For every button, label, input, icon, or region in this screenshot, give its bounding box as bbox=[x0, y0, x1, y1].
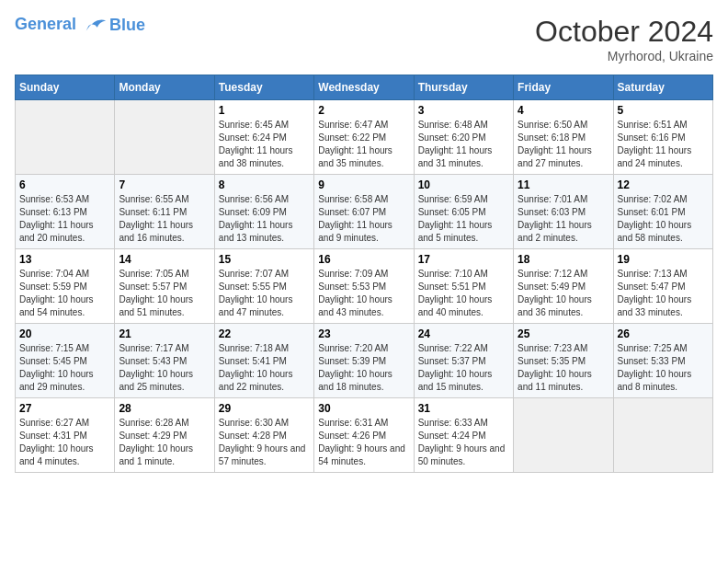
day-number: 14 bbox=[119, 253, 210, 266]
day-number: 12 bbox=[618, 178, 709, 191]
month-title: October 2024 bbox=[535, 15, 713, 49]
day-detail: Sunrise: 6:56 AMSunset: 6:09 PMDaylight:… bbox=[219, 193, 310, 245]
day-number: 8 bbox=[219, 178, 310, 191]
day-number: 29 bbox=[219, 402, 310, 415]
day-detail: Sunrise: 6:55 AMSunset: 6:11 PMDaylight:… bbox=[119, 193, 210, 245]
logo-blue: Blue bbox=[109, 16, 145, 35]
calendar-cell: 19Sunrise: 7:13 AMSunset: 5:47 PMDayligh… bbox=[613, 249, 712, 324]
weekday-header-sunday: Sunday bbox=[16, 75, 115, 100]
day-number: 3 bbox=[418, 104, 509, 117]
day-number: 17 bbox=[418, 253, 509, 266]
day-detail: Sunrise: 6:31 AMSunset: 4:26 PMDaylight:… bbox=[318, 417, 409, 468]
page-header: General Blue October 2024 Myrhorod, Ukra… bbox=[15, 15, 713, 63]
calendar-cell: 29Sunrise: 6:30 AMSunset: 4:28 PMDayligh… bbox=[214, 398, 313, 473]
day-detail: Sunrise: 7:13 AMSunset: 5:47 PMDaylight:… bbox=[618, 268, 709, 319]
logo-bird-icon bbox=[82, 15, 108, 35]
day-number: 9 bbox=[318, 178, 409, 191]
calendar-cell: 12Sunrise: 7:02 AMSunset: 6:01 PMDayligh… bbox=[613, 175, 712, 249]
day-detail: Sunrise: 7:07 AMSunset: 5:55 PMDaylight:… bbox=[219, 268, 310, 319]
day-number: 5 bbox=[618, 104, 709, 117]
calendar-cell: 25Sunrise: 7:23 AMSunset: 5:35 PMDayligh… bbox=[514, 324, 613, 398]
location: Myrhorod, Ukraine bbox=[535, 49, 713, 63]
calendar-cell bbox=[613, 398, 712, 473]
day-number: 22 bbox=[219, 327, 310, 340]
weekday-header-thursday: Thursday bbox=[414, 75, 513, 100]
day-detail: Sunrise: 6:33 AMSunset: 4:24 PMDaylight:… bbox=[418, 417, 509, 468]
calendar-table: SundayMondayTuesdayWednesdayThursdayFrid… bbox=[15, 75, 713, 473]
day-number: 21 bbox=[119, 327, 210, 340]
calendar-week-4: 20Sunrise: 7:15 AMSunset: 5:45 PMDayligh… bbox=[16, 324, 713, 398]
calendar-cell: 13Sunrise: 7:04 AMSunset: 5:59 PMDayligh… bbox=[16, 249, 115, 324]
day-detail: Sunrise: 6:50 AMSunset: 6:18 PMDaylight:… bbox=[518, 119, 609, 170]
calendar-cell: 1Sunrise: 6:45 AMSunset: 6:24 PMDaylight… bbox=[214, 100, 313, 175]
day-detail: Sunrise: 7:05 AMSunset: 5:57 PMDaylight:… bbox=[119, 268, 210, 319]
weekday-header-row: SundayMondayTuesdayWednesdayThursdayFrid… bbox=[16, 75, 713, 100]
weekday-header-friday: Friday bbox=[514, 75, 613, 100]
day-detail: Sunrise: 6:47 AMSunset: 6:22 PMDaylight:… bbox=[318, 119, 409, 170]
calendar-cell: 27Sunrise: 6:27 AMSunset: 4:31 PMDayligh… bbox=[16, 398, 115, 473]
day-detail: Sunrise: 7:25 AMSunset: 5:33 PMDaylight:… bbox=[618, 342, 709, 394]
day-number: 1 bbox=[219, 104, 310, 117]
calendar-cell: 6Sunrise: 6:53 AMSunset: 6:13 PMDaylight… bbox=[16, 175, 115, 249]
day-detail: Sunrise: 7:01 AMSunset: 6:03 PMDaylight:… bbox=[518, 193, 609, 245]
day-detail: Sunrise: 6:59 AMSunset: 6:05 PMDaylight:… bbox=[418, 193, 509, 245]
day-number: 30 bbox=[318, 402, 409, 415]
calendar-cell: 20Sunrise: 7:15 AMSunset: 5:45 PMDayligh… bbox=[16, 324, 115, 398]
calendar-cell: 9Sunrise: 6:58 AMSunset: 6:07 PMDaylight… bbox=[314, 175, 414, 249]
calendar-week-2: 6Sunrise: 6:53 AMSunset: 6:13 PMDaylight… bbox=[16, 175, 713, 249]
weekday-header-wednesday: Wednesday bbox=[314, 75, 414, 100]
day-number: 15 bbox=[219, 253, 310, 266]
day-detail: Sunrise: 6:28 AMSunset: 4:29 PMDaylight:… bbox=[119, 417, 210, 468]
logo-general: General bbox=[15, 15, 76, 33]
day-detail: Sunrise: 7:20 AMSunset: 5:39 PMDaylight:… bbox=[318, 342, 409, 394]
calendar-week-1: 1Sunrise: 6:45 AMSunset: 6:24 PMDaylight… bbox=[16, 100, 713, 175]
calendar-cell: 8Sunrise: 6:56 AMSunset: 6:09 PMDaylight… bbox=[214, 175, 313, 249]
calendar-cell: 7Sunrise: 6:55 AMSunset: 6:11 PMDaylight… bbox=[115, 175, 214, 249]
day-number: 4 bbox=[518, 104, 609, 117]
day-detail: Sunrise: 6:51 AMSunset: 6:16 PMDaylight:… bbox=[618, 119, 709, 170]
day-number: 20 bbox=[19, 327, 110, 340]
calendar-week-5: 27Sunrise: 6:27 AMSunset: 4:31 PMDayligh… bbox=[16, 398, 713, 473]
calendar-week-3: 13Sunrise: 7:04 AMSunset: 5:59 PMDayligh… bbox=[16, 249, 713, 324]
calendar-cell: 21Sunrise: 7:17 AMSunset: 5:43 PMDayligh… bbox=[115, 324, 214, 398]
day-detail: Sunrise: 7:18 AMSunset: 5:41 PMDaylight:… bbox=[219, 342, 310, 394]
weekday-header-saturday: Saturday bbox=[613, 75, 712, 100]
calendar-cell: 4Sunrise: 6:50 AMSunset: 6:18 PMDaylight… bbox=[514, 100, 613, 175]
day-number: 24 bbox=[418, 327, 509, 340]
day-detail: Sunrise: 7:10 AMSunset: 5:51 PMDaylight:… bbox=[418, 268, 509, 319]
title-block: October 2024 Myrhorod, Ukraine bbox=[535, 15, 713, 63]
logo: General Blue bbox=[15, 15, 145, 35]
calendar-cell bbox=[115, 100, 214, 175]
calendar-cell: 24Sunrise: 7:22 AMSunset: 5:37 PMDayligh… bbox=[414, 324, 513, 398]
day-detail: Sunrise: 7:12 AMSunset: 5:49 PMDaylight:… bbox=[518, 268, 609, 319]
day-number: 27 bbox=[19, 402, 110, 415]
calendar-cell: 15Sunrise: 7:07 AMSunset: 5:55 PMDayligh… bbox=[214, 249, 313, 324]
day-detail: Sunrise: 6:27 AMSunset: 4:31 PMDaylight:… bbox=[19, 417, 110, 468]
calendar-cell: 18Sunrise: 7:12 AMSunset: 5:49 PMDayligh… bbox=[514, 249, 613, 324]
day-detail: Sunrise: 6:45 AMSunset: 6:24 PMDaylight:… bbox=[219, 119, 310, 170]
calendar-cell: 22Sunrise: 7:18 AMSunset: 5:41 PMDayligh… bbox=[214, 324, 313, 398]
day-detail: Sunrise: 7:22 AMSunset: 5:37 PMDaylight:… bbox=[418, 342, 509, 394]
day-detail: Sunrise: 6:30 AMSunset: 4:28 PMDaylight:… bbox=[219, 417, 310, 468]
day-detail: Sunrise: 7:17 AMSunset: 5:43 PMDaylight:… bbox=[119, 342, 210, 394]
day-number: 23 bbox=[318, 327, 409, 340]
day-number: 26 bbox=[618, 327, 709, 340]
day-number: 11 bbox=[518, 178, 609, 191]
day-number: 6 bbox=[19, 178, 110, 191]
calendar-cell: 23Sunrise: 7:20 AMSunset: 5:39 PMDayligh… bbox=[314, 324, 414, 398]
calendar-cell: 16Sunrise: 7:09 AMSunset: 5:53 PMDayligh… bbox=[314, 249, 414, 324]
calendar-cell: 11Sunrise: 7:01 AMSunset: 6:03 PMDayligh… bbox=[514, 175, 613, 249]
day-number: 10 bbox=[418, 178, 509, 191]
calendar-cell bbox=[16, 100, 115, 175]
day-detail: Sunrise: 7:23 AMSunset: 5:35 PMDaylight:… bbox=[518, 342, 609, 394]
calendar-cell: 26Sunrise: 7:25 AMSunset: 5:33 PMDayligh… bbox=[613, 324, 712, 398]
calendar-cell: 10Sunrise: 6:59 AMSunset: 6:05 PMDayligh… bbox=[414, 175, 513, 249]
calendar-cell: 31Sunrise: 6:33 AMSunset: 4:24 PMDayligh… bbox=[414, 398, 513, 473]
calendar-cell: 28Sunrise: 6:28 AMSunset: 4:29 PMDayligh… bbox=[115, 398, 214, 473]
calendar-cell bbox=[514, 398, 613, 473]
calendar-cell: 2Sunrise: 6:47 AMSunset: 6:22 PMDaylight… bbox=[314, 100, 414, 175]
day-number: 2 bbox=[318, 104, 409, 117]
day-detail: Sunrise: 7:04 AMSunset: 5:59 PMDaylight:… bbox=[19, 268, 110, 319]
day-detail: Sunrise: 7:09 AMSunset: 5:53 PMDaylight:… bbox=[318, 268, 409, 319]
day-detail: Sunrise: 6:48 AMSunset: 6:20 PMDaylight:… bbox=[418, 119, 509, 170]
